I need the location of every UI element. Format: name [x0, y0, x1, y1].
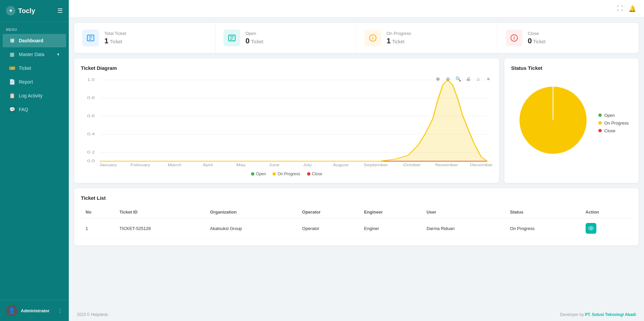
- col-ticket-id: Ticket ID: [115, 206, 205, 218]
- status-ticket-title: Status Ticket: [511, 65, 632, 71]
- open-label: Open: [246, 31, 263, 36]
- pie-legend-on-progress: On Progress: [598, 121, 629, 126]
- zoom-out-button[interactable]: ⊖: [444, 75, 452, 83]
- sidebar-item-label: FAQ: [19, 107, 28, 112]
- pie-open-dot: [598, 113, 602, 117]
- total-ticket-value: 1Ticket: [104, 37, 126, 45]
- svg-text:0.6: 0.6: [87, 114, 95, 118]
- zoom-reset-button[interactable]: 🔍: [454, 75, 462, 83]
- svg-text:October: October: [403, 163, 421, 167]
- status-ticket-card: Status Ticket Open On Progress: [504, 58, 639, 183]
- stat-open: Open 0Ticket: [215, 23, 357, 53]
- cell-operator: Operator: [297, 218, 359, 239]
- logo: ✦ Tocly: [6, 6, 35, 15]
- chevron-down-icon: ▼: [56, 52, 60, 56]
- ticket-diagram-title: Ticket Diagram: [81, 65, 492, 71]
- cell-user: Darma Riduan: [422, 218, 505, 239]
- col-user: User: [422, 206, 505, 218]
- total-ticket-label: Total Ticket: [104, 31, 126, 36]
- admin-name: Administrator: [21, 308, 54, 313]
- ticket-list-table: No Ticket ID Organization Operator Engin…: [81, 206, 632, 239]
- sidebar-item-label: Log Activity: [19, 93, 43, 98]
- svg-text:March: March: [168, 163, 182, 167]
- dashboard-icon: ⊞: [9, 38, 15, 44]
- close-icon: i: [506, 30, 523, 46]
- pie-legend-close: Close: [598, 128, 629, 133]
- stat-total-ticket: Total Ticket 1Ticket: [74, 23, 215, 53]
- footer-developer: Developer by PT. Solusi Teknologi Abadi: [560, 312, 636, 317]
- stats-row: Total Ticket 1Ticket Open 0Ticket: [74, 23, 639, 53]
- sidebar: ✦ Tocly ☰ MENU ⊞ Dashboard ▦ Master Data…: [0, 0, 69, 321]
- zoom-in-button[interactable]: ⊕: [434, 75, 442, 83]
- stat-on-progress: i On Progress 1Ticket: [356, 23, 498, 53]
- sidebar-item-label: Ticket: [19, 65, 31, 71]
- cell-engineer: Enginer: [359, 218, 422, 239]
- svg-text:January: January: [99, 163, 117, 167]
- col-no: No: [81, 206, 115, 218]
- line-chart-svg: 1.0 0.8 0.6 0.4 0.2 0.0: [81, 75, 492, 166]
- sidebar-item-label: Report: [19, 79, 33, 85]
- table-header: No Ticket ID Organization Operator Engin…: [81, 206, 632, 218]
- download-button[interactable]: 🖨: [464, 75, 472, 83]
- master-data-icon: ▦: [9, 51, 15, 57]
- sidebar-item-label: Master Data: [19, 52, 44, 57]
- legend-open-label: Open: [256, 172, 266, 176]
- svg-text:December: December: [470, 163, 493, 167]
- menu-label: MENU: [0, 22, 69, 34]
- svg-text:November: November: [435, 163, 458, 167]
- on-progress-line: [100, 80, 487, 161]
- table-row: 1 TICKET-525128 Akatsuksi Group Operator…: [81, 218, 632, 239]
- svg-text:May: May: [236, 163, 246, 167]
- svg-text:1.0: 1.0: [87, 78, 95, 82]
- cell-status: On Progress: [505, 218, 581, 239]
- cell-ticket-id: TICKET-525128: [115, 218, 205, 239]
- open-value: 0Ticket: [246, 37, 263, 45]
- close-label: Close: [528, 31, 546, 36]
- svg-text:0.4: 0.4: [87, 132, 95, 136]
- hamburger-button[interactable]: ☰: [57, 7, 63, 14]
- main-content: ⛶ 🔔 Total Ticket 1Ticket: [69, 0, 644, 321]
- chart-controls: ⊕ ⊖ 🔍 🖨 ⌂ ≡: [434, 75, 492, 83]
- legend-open-dot: [251, 172, 254, 176]
- home-button[interactable]: ⌂: [474, 75, 482, 83]
- notification-icon[interactable]: 🔔: [629, 5, 636, 12]
- ticket-diagram-area: ⊕ ⊖ 🔍 🖨 ⌂ ≡ 1.0 0.8 0.6 0.4 0.2 0.0: [81, 75, 492, 169]
- developer-link[interactable]: PT. Solusi Teknologi Abadi: [585, 312, 636, 317]
- sidebar-item-ticket[interactable]: 🎫 Ticket: [3, 61, 66, 75]
- svg-text:i: i: [372, 35, 374, 41]
- cell-organization: Akatsuksi Group: [205, 218, 298, 239]
- sidebar-item-report[interactable]: 📄 Report: [3, 75, 66, 89]
- logo-icon: ✦: [6, 6, 15, 15]
- pie-on-progress-label: On Progress: [604, 121, 629, 126]
- pie-on-progress-dot: [598, 121, 602, 125]
- legend-close-label: Close: [312, 172, 323, 176]
- view-button[interactable]: [586, 223, 596, 234]
- close-value: 0Ticket: [528, 37, 546, 45]
- ticket-list-card: Ticket List No Ticket ID Organization Op…: [74, 188, 639, 245]
- more-options-button[interactable]: ⋮: [57, 308, 63, 314]
- sidebar-nav: ⊞ Dashboard ▦ Master Data ▼ 🎫 Ticket 📄 R…: [0, 34, 69, 300]
- legend-on-progress-dot: [273, 172, 276, 176]
- on-progress-value: 1Ticket: [387, 37, 411, 45]
- svg-text:0.2: 0.2: [87, 150, 95, 154]
- report-icon: 📄: [9, 79, 15, 85]
- fullscreen-icon[interactable]: ⛶: [617, 5, 623, 12]
- svg-text:August: August: [333, 163, 349, 167]
- sidebar-item-dashboard[interactable]: ⊞ Dashboard: [3, 34, 66, 47]
- pie-legend: Open On Progress Close: [598, 113, 629, 133]
- sidebar-item-faq[interactable]: 💬 FAQ: [3, 103, 66, 116]
- sidebar-item-master-data[interactable]: ▦ Master Data ▼: [3, 48, 66, 61]
- svg-text:April: April: [203, 163, 213, 167]
- pie-close-label: Close: [604, 128, 615, 133]
- col-organization: Organization: [205, 206, 298, 218]
- menu-button[interactable]: ≡: [484, 75, 492, 83]
- sidebar-item-label: Dashboard: [19, 38, 43, 43]
- ticket-icon: 🎫: [9, 65, 15, 71]
- topbar: ⛶ 🔔: [69, 0, 644, 17]
- stat-close: i Close 0Ticket: [498, 23, 639, 53]
- col-engineer: Engineer: [359, 206, 422, 218]
- legend-close-dot: [307, 172, 310, 176]
- pie-chart-svg: [514, 82, 592, 159]
- ticket-list-title: Ticket List: [81, 195, 632, 201]
- sidebar-item-log-activity[interactable]: 📋 Log Activity: [3, 89, 66, 102]
